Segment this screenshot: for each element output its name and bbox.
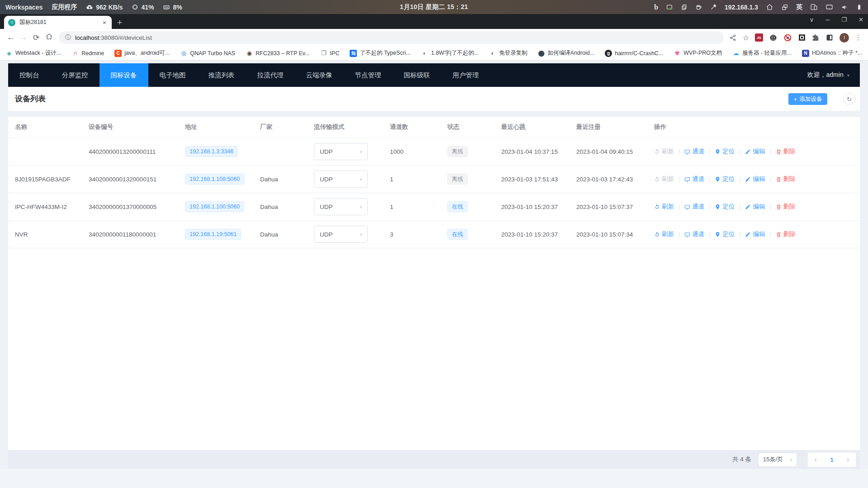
bookmark-item[interactable]: ∩Redmine — [71, 50, 104, 57]
delete-action[interactable]: 删除 — [776, 203, 796, 211]
refresh-action[interactable]: 刷新 — [654, 230, 674, 238]
nav-item-console[interactable]: 控制台 — [8, 63, 51, 87]
refresh-list-button[interactable]: ↻ — [843, 93, 855, 105]
forward-icon[interactable]: → — [17, 33, 30, 42]
nav-item-user-manage[interactable]: 用户管理 — [441, 63, 490, 87]
delete-action[interactable]: 删除 — [776, 147, 796, 156]
extension-adblock-icon[interactable] — [783, 33, 792, 42]
page-number[interactable]: 1 — [830, 456, 834, 463]
bookmark-item[interactable]: NHDAtmos :: 种子 *... — [802, 49, 862, 57]
input-method-indicator-label: 英 — [796, 3, 802, 11]
nav-item-cloud-record[interactable]: 云端录像 — [295, 63, 344, 87]
share-icon[interactable] — [729, 34, 737, 42]
display-tray-icon[interactable] — [825, 3, 833, 11]
back-icon[interactable]: ← — [5, 33, 17, 42]
bookmark-star-icon[interactable]: ☆ — [743, 33, 749, 42]
clipboard-tray-icon[interactable] — [681, 4, 688, 10]
locate-action[interactable]: 定位 — [715, 147, 735, 156]
system-clock[interactable]: 1月10日 星期二 15：21 — [400, 3, 468, 11]
bookmark-item[interactable]: ❐IPC — [320, 50, 340, 57]
nav-item-gb-cascade[interactable]: 国标级联 — [393, 63, 441, 87]
bookmark-item[interactable]: ◉RFC2833 – RTP Ev... — [246, 50, 310, 57]
bookmark-item[interactable]: ◈Webstack - 设计... — [5, 49, 61, 57]
edit-action[interactable]: 编辑 — [745, 147, 765, 156]
home-tray-icon[interactable] — [766, 3, 773, 11]
battery-tray-icon[interactable] — [856, 4, 863, 10]
devices-tray-icon[interactable] — [810, 3, 818, 11]
status-badge: 在线 — [447, 229, 468, 240]
app-nav-bar: 控制台分屏监控国标设备电子地图推流列表拉流代理云端录像节点管理国标级联用户管理 … — [8, 63, 860, 87]
screenshot-tray-icon[interactable] — [666, 4, 673, 11]
color-picker-tray-icon[interactable] — [710, 4, 717, 10]
extension-js-icon[interactable]: JS — [755, 33, 763, 42]
reload-icon[interactable]: ⟳ — [30, 33, 43, 43]
page-size-select[interactable]: 15条/页 ∨ — [758, 453, 797, 467]
nav-item-split-screen[interactable]: 分屏监控 — [51, 63, 100, 87]
add-device-button[interactable]: + 添加设备 — [788, 93, 827, 105]
delete-action[interactable]: 删除 — [776, 230, 796, 238]
browser-tab[interactable]: ▽ 国标28181 × — [4, 16, 112, 29]
tab-close-icon[interactable]: × — [101, 19, 108, 26]
stream-mode-select[interactable]: UDP∨ — [314, 143, 368, 160]
nav-item-push-list[interactable]: 推流列表 — [197, 63, 246, 87]
window-restore-icon[interactable]: ❐ — [841, 16, 847, 23]
channel-action[interactable]: 通道 — [684, 147, 704, 156]
bookmark-item[interactable]: ✾WVP-PRO文档 — [674, 49, 722, 57]
address-bar[interactable]: ⓘ localhost:38080/#/deviceList — [59, 31, 724, 44]
bookmark-item[interactable]: ◐免登录复制 — [489, 49, 527, 57]
window-tiling-tray-icon[interactable] — [781, 4, 788, 11]
stream-mode-select[interactable]: UDP∨ — [314, 198, 368, 215]
bookmark-item[interactable]: ◐1.8W字|了不起的... — [421, 49, 479, 57]
window-minimize-icon[interactable]: ─ — [825, 16, 830, 23]
edit-action[interactable]: 编辑 — [745, 230, 765, 238]
profile-avatar[interactable]: I — [840, 33, 849, 43]
ip-address-indicator[interactable]: 192.168.1.3 — [725, 4, 758, 11]
bookmark-item[interactable]: Cjava、android可... — [114, 49, 170, 57]
table-header-row: 名称设备编号地址厂家流传输模式通道数状态最近心跳最近注册操作 — [8, 117, 860, 138]
applications-button[interactable]: 应用程序 — [52, 3, 77, 11]
bookmark-item[interactable]: 知了不起的 TypeScri... — [350, 49, 411, 57]
bookmark-item[interactable]: ghairrrrr/C-CrashC... — [605, 50, 663, 57]
channel-action[interactable]: 通道 — [684, 230, 704, 238]
site-info-icon[interactable]: ⓘ — [65, 33, 71, 42]
nav-item-gb-device[interactable]: 国标设备 — [100, 63, 148, 87]
bing-tray-icon[interactable]: b — [654, 3, 658, 11]
nav-item-pull-proxy[interactable]: 拉流代理 — [246, 63, 295, 87]
edit-action[interactable]: 编辑 — [745, 175, 765, 183]
delete-action[interactable]: 删除 — [776, 175, 796, 183]
stream-mode-value: UDP — [320, 204, 333, 210]
user-menu[interactable]: 欢迎，admin ∨ — [807, 71, 850, 79]
extensions-puzzle-icon[interactable] — [812, 34, 820, 42]
prev-page-icon[interactable]: ‹ — [815, 456, 817, 464]
stream-mode-select[interactable]: UDP∨ — [314, 171, 368, 188]
locate-action[interactable]: 定位 — [715, 230, 735, 238]
refresh-action[interactable]: 刷新 — [654, 147, 674, 156]
edit-action[interactable]: 编辑 — [745, 203, 765, 211]
bookmark-item[interactable]: ⬤如何编译Android... — [538, 49, 595, 57]
next-page-icon[interactable]: › — [847, 456, 849, 464]
locate-action[interactable]: 定位 — [715, 175, 735, 183]
window-chevron-icon[interactable]: ∨ — [810, 16, 814, 23]
input-method-indicator[interactable]: 英 — [796, 3, 802, 11]
extension-reader-icon[interactable] — [825, 33, 834, 42]
channel-action[interactable]: 通道 — [684, 175, 704, 183]
stream-mode-select[interactable]: UDP∨ — [314, 226, 368, 243]
refresh-action[interactable]: 刷新 — [654, 203, 674, 211]
new-tab-button[interactable]: + — [117, 18, 122, 27]
browser-menu-dots-icon[interactable]: ⋮ — [855, 33, 862, 42]
extension-robber-icon[interactable] — [769, 33, 778, 42]
window-close-icon[interactable]: ✕ — [859, 16, 863, 23]
nav-item-node-manage[interactable]: 节点管理 — [344, 63, 393, 87]
channel-count: 1000 — [390, 148, 447, 155]
refresh-action[interactable]: 刷新 — [654, 175, 674, 183]
nav-item-e-map[interactable]: 电子地图 — [148, 63, 197, 87]
locate-action[interactable]: 定位 — [715, 203, 735, 211]
workspaces-button[interactable]: Workspaces — [5, 4, 43, 11]
bookmark-item[interactable]: ◎QNAP Turbo NAS — [180, 50, 235, 57]
bookmark-item[interactable]: ☁服务器 - 轻量应用... — [732, 49, 792, 57]
channel-action[interactable]: 通道 — [684, 203, 704, 211]
extension-qr-icon[interactable] — [798, 33, 806, 42]
volume-tray-icon[interactable] — [841, 4, 848, 11]
home-icon[interactable] — [43, 33, 55, 43]
coffee-tray-icon[interactable] — [695, 4, 702, 11]
